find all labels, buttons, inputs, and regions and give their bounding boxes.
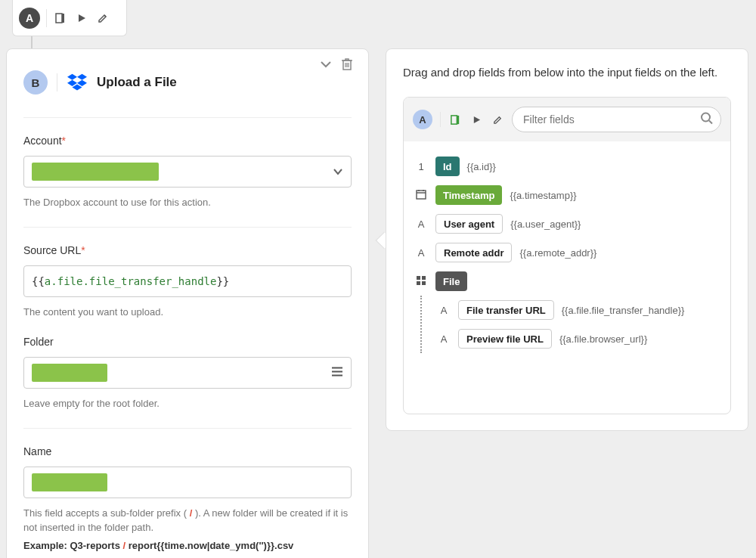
name-label: Name [23,445,352,457]
fields-intro: Drag and drop fields from below into the… [403,66,731,79]
field-row-remote-addr[interactable]: A Remote addr {{a.remote_addr}} [414,238,720,267]
action-config-card: B Upload a File Account* The Dropbox acc… [6,48,369,558]
step-a-toolbar: A [12,0,127,36]
chevron-down-icon [333,166,343,178]
step-a-badge[interactable]: A [19,8,40,29]
field-pill-file[interactable]: File [435,271,467,291]
field-token: {{a.file.file_transfer_handle}} [562,305,685,316]
fields-picker-card: Drag and drop fields from below into the… [386,48,748,431]
divider [23,227,352,228]
name-value-redacted [32,473,107,491]
divider [23,428,352,429]
svg-rect-7 [417,276,420,280]
filter-fields-input[interactable] [512,107,721,132]
field-pill-user-agent[interactable]: User agent [435,214,503,234]
fields-list: 1 Id {{a.id}} Timestamp {{a.timestamp}} … [404,141,730,364]
action-title: Upload a File [97,75,177,90]
calendar-icon [414,188,428,203]
form-icon[interactable] [53,11,68,26]
account-select[interactable] [23,156,352,188]
field-token: {{a.timestamp}} [510,190,576,201]
field-token: {{a.file.browser_url}} [559,333,647,345]
field-row-file[interactable]: File [414,267,720,296]
source-url-help: The content you want to upload. [23,305,352,320]
step-a-badge-small[interactable]: A [413,110,432,129]
svg-rect-8 [422,276,426,280]
field-pill-id[interactable]: Id [435,157,460,176]
field-row-file-preview[interactable]: A Preview file URL {{a.file.browser_url}… [437,324,720,353]
field-token: {{a.id}} [467,161,496,172]
separator [440,112,441,127]
field-pill-file-transfer[interactable]: File transfer URL [458,300,554,320]
chevron-down-icon[interactable] [318,57,333,72]
separator [46,9,47,27]
source-url-token: {{a.file.file_transfer_handle}} [32,275,229,287]
folder-label: Folder [23,336,352,348]
svg-rect-4 [457,115,459,123]
name-example: Example: Q3-reports / report{{time.now|d… [23,540,352,551]
svg-rect-0 [56,14,62,23]
folder-value-redacted [32,364,107,382]
folder-input[interactable] [23,357,352,389]
field-row-user-agent[interactable]: A User agent {{a.user_agent}} [414,209,720,238]
search-icon [700,112,714,128]
fields-panel-header: A [404,98,730,141]
play-icon[interactable] [74,11,89,26]
field-row-id[interactable]: 1 Id {{a.id}} [414,152,720,181]
account-help: The Dropbox account to use for this acti… [23,195,352,210]
form-icon[interactable] [448,113,462,126]
edit-icon[interactable] [95,11,110,26]
svg-rect-3 [451,115,457,123]
field-token: {{a.remote_addr}} [519,247,596,259]
field-pill-remote-addr[interactable]: Remote addr [435,243,512,262]
field-row-timestamp[interactable]: Timestamp {{a.timestamp}} [414,181,720,209]
type-string-icon: A [414,247,428,259]
trash-icon[interactable] [339,57,355,72]
separator [57,73,57,91]
menu-icon[interactable] [331,367,343,380]
svg-point-5 [702,113,710,122]
source-url-input[interactable]: {{a.file.file_transfer_handle}} [23,265,352,297]
field-row-file-transfer[interactable]: A File transfer URL {{a.file.file_transf… [437,296,720,324]
field-pill-file-preview[interactable]: Preview file URL [458,329,552,349]
account-value-redacted [32,163,159,181]
field-pill-timestamp[interactable]: Timestamp [435,185,502,205]
edit-icon[interactable] [491,113,504,126]
file-children: A File transfer URL {{a.file.file_transf… [420,296,720,353]
field-token: {{a.user_agent}} [510,219,581,230]
account-label: Account* [23,135,352,147]
type-number-icon: 1 [414,161,428,172]
fields-panel: A [403,97,731,414]
svg-rect-9 [417,281,420,285]
step-b-badge: B [23,70,48,95]
source-url-label: Source URL* [23,244,352,256]
svg-rect-6 [417,191,426,199]
folder-help: Leave empty for the root folder. [23,396,352,411]
svg-rect-1 [62,14,64,23]
type-string-icon: A [437,333,451,345]
grid-icon [414,275,428,288]
name-input[interactable] [23,467,352,498]
play-icon[interactable] [469,113,483,126]
type-string-icon: A [414,219,428,230]
divider [23,117,352,118]
svg-rect-10 [422,281,426,285]
name-help: This field accepts a sub-folder prefix (… [23,506,352,535]
type-string-icon: A [437,305,451,316]
dropbox-icon [67,72,88,93]
